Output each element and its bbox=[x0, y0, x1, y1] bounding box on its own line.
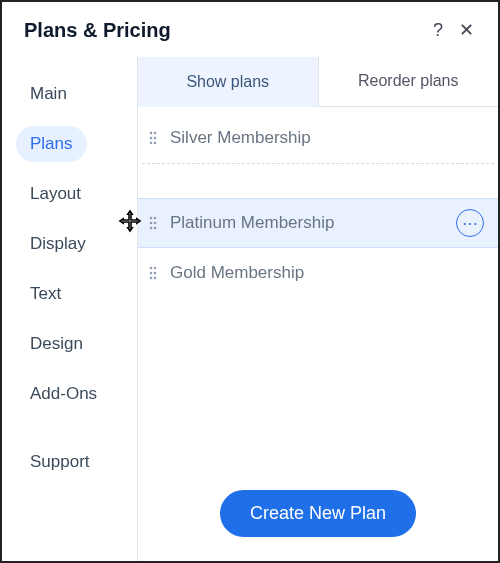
help-icon[interactable]: ? bbox=[424, 16, 452, 44]
svg-point-8 bbox=[150, 222, 153, 225]
sidebar-item-label: Design bbox=[30, 334, 83, 353]
settings-panel: Plans & Pricing ? ✕ Main Plans Layout Di… bbox=[0, 0, 500, 563]
plan-list: Silver Membership Plat bbox=[138, 107, 498, 472]
svg-point-13 bbox=[154, 267, 157, 270]
sidebar-item-label: Add-Ons bbox=[30, 384, 97, 403]
svg-point-14 bbox=[150, 272, 153, 275]
drag-handle-icon[interactable] bbox=[146, 216, 160, 230]
svg-point-11 bbox=[154, 227, 157, 230]
plan-row[interactable]: Platinum Membership ⋯ bbox=[138, 198, 498, 248]
svg-point-2 bbox=[150, 137, 153, 140]
sidebar-item-label: Support bbox=[30, 452, 90, 471]
sidebar-item-design[interactable]: Design bbox=[16, 326, 97, 362]
tab-show-plans[interactable]: Show plans bbox=[138, 57, 318, 107]
svg-point-10 bbox=[150, 227, 153, 230]
sidebar-item-text[interactable]: Text bbox=[16, 276, 75, 312]
drag-handle-icon[interactable] bbox=[146, 131, 160, 145]
cta-label: Create New Plan bbox=[250, 503, 386, 523]
svg-point-12 bbox=[150, 267, 153, 270]
close-icon[interactable]: ✕ bbox=[452, 16, 480, 44]
sidebar-item-layout[interactable]: Layout bbox=[16, 176, 95, 212]
drop-gap bbox=[138, 164, 498, 198]
move-cursor-icon bbox=[118, 209, 142, 237]
svg-point-1 bbox=[154, 132, 157, 135]
plan-label: Gold Membership bbox=[170, 263, 484, 283]
sidebar-item-addons[interactable]: Add-Ons bbox=[16, 376, 111, 412]
more-actions-button[interactable]: ⋯ bbox=[456, 209, 484, 237]
sidebar-item-support[interactable]: Support bbox=[16, 444, 104, 480]
sidebar-item-label: Text bbox=[30, 284, 61, 303]
tab-bar: Show plans Reorder plans bbox=[138, 56, 498, 107]
drag-handle-icon[interactable] bbox=[146, 266, 160, 280]
svg-point-5 bbox=[154, 142, 157, 145]
sidebar-item-plans[interactable]: Plans bbox=[16, 126, 87, 162]
plan-label: Silver Membership bbox=[170, 128, 484, 148]
sidebar-item-label: Plans bbox=[30, 134, 73, 153]
svg-point-3 bbox=[154, 137, 157, 140]
plan-label: Platinum Membership bbox=[170, 213, 456, 233]
plan-row[interactable]: Gold Membership bbox=[138, 248, 498, 298]
svg-point-9 bbox=[154, 222, 157, 225]
sidebar-item-label: Display bbox=[30, 234, 86, 253]
sidebar-item-label: Layout bbox=[30, 184, 81, 203]
svg-point-6 bbox=[150, 217, 153, 220]
sidebar-item-display[interactable]: Display bbox=[16, 226, 100, 262]
panel-title: Plans & Pricing bbox=[24, 19, 424, 42]
footer: Create New Plan bbox=[138, 472, 498, 561]
content-area: Show plans Reorder plans Silver Membersh… bbox=[137, 56, 498, 561]
tab-label: Show plans bbox=[186, 73, 269, 90]
svg-point-16 bbox=[150, 277, 153, 280]
sidebar: Main Plans Layout Display Text Design Ad… bbox=[2, 56, 137, 561]
svg-point-4 bbox=[150, 142, 153, 145]
panel-header: Plans & Pricing ? ✕ bbox=[2, 2, 498, 56]
svg-point-17 bbox=[154, 277, 157, 280]
svg-point-0 bbox=[150, 132, 153, 135]
svg-point-15 bbox=[154, 272, 157, 275]
tab-label: Reorder plans bbox=[358, 72, 459, 89]
plan-row[interactable]: Silver Membership bbox=[138, 113, 498, 163]
svg-point-7 bbox=[154, 217, 157, 220]
panel-body: Main Plans Layout Display Text Design Ad… bbox=[2, 56, 498, 561]
ellipsis-icon: ⋯ bbox=[462, 214, 478, 233]
sidebar-item-main[interactable]: Main bbox=[16, 76, 81, 112]
sidebar-item-label: Main bbox=[30, 84, 67, 103]
tab-reorder-plans[interactable]: Reorder plans bbox=[318, 56, 499, 106]
sidebar-divider bbox=[16, 426, 137, 444]
create-new-plan-button[interactable]: Create New Plan bbox=[220, 490, 416, 537]
